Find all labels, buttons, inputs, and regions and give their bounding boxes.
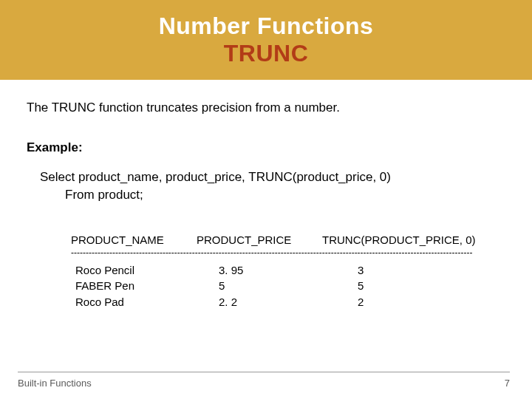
cell-product-price: 5 [197, 278, 322, 294]
cell-trunc: 5 [322, 278, 485, 294]
slide-title-line1: Number Functions [159, 13, 374, 40]
result-table: PRODUCT_NAME PRODUCT_PRICE TRUNC(PRODUCT… [71, 233, 505, 310]
cell-trunc: 2 [322, 294, 485, 310]
footer: Built-in Functions 7 [0, 378, 532, 389]
col-header-product-price: PRODUCT_PRICE [197, 233, 322, 246]
col-header-trunc: TRUNC(PRODUCT_PRICE, 0) [322, 233, 485, 246]
content-area: The TRUNC function truncates precision f… [0, 80, 532, 310]
cell-product-name: Roco Pencil [71, 262, 197, 279]
footer-left: Built-in Functions [18, 378, 92, 389]
sql-line1: Select product_name, product_price, TRUN… [40, 170, 391, 184]
table-divider: ----------------------------------------… [71, 248, 499, 258]
slide-number: 7 [505, 378, 510, 389]
footer-divider [18, 372, 510, 372]
table-header-row: PRODUCT_NAME PRODUCT_PRICE TRUNC(PRODUCT… [71, 233, 505, 246]
cell-product-price: 2. 2 [197, 294, 322, 310]
title-bar: Number Functions TRUNC [0, 0, 532, 80]
table-row: Roco Pencil 3. 95 3 [71, 262, 505, 279]
sql-line2: From product; [65, 186, 505, 204]
cell-product-name: Roco Pad [71, 294, 197, 310]
cell-product-name: FABER Pen [71, 278, 197, 294]
slide-title-line2: TRUNC [224, 40, 308, 67]
sql-code: Select product_name, product_price, TRUN… [40, 168, 505, 204]
description-text: The TRUNC function truncates precision f… [27, 100, 505, 115]
example-label: Example: [27, 140, 505, 155]
table-row: Roco Pad 2. 2 2 [71, 294, 505, 310]
cell-trunc: 3 [322, 262, 485, 279]
col-header-product-name: PRODUCT_NAME [71, 233, 197, 246]
table-row: FABER Pen 5 5 [71, 278, 505, 294]
cell-product-price: 3. 95 [197, 262, 322, 279]
